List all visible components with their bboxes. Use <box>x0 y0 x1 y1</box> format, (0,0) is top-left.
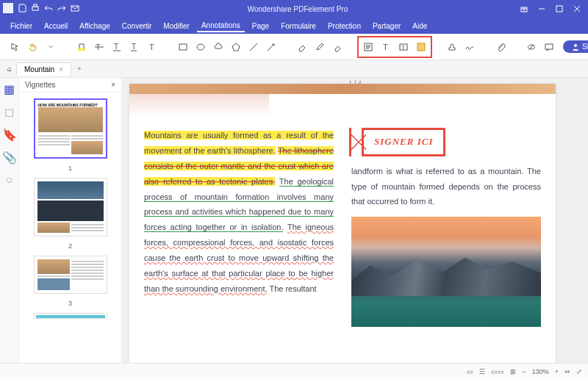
redo-icon[interactable] <box>57 4 66 14</box>
thumbnail-1[interactable]: HOW ARE MOUNTAINS FORMED? <box>34 98 107 159</box>
zoom-in-icon[interactable]: + <box>555 368 559 375</box>
rectangle-shape-icon[interactable] <box>175 39 191 55</box>
thumbnail-2[interactable] <box>34 178 107 237</box>
maximize-icon[interactable] <box>551 2 567 15</box>
menu-affichage[interactable]: Affichage <box>75 21 115 32</box>
undo-icon[interactable] <box>44 4 53 14</box>
svg-text:T: T <box>149 43 154 51</box>
area-highlight-icon[interactable] <box>413 39 429 55</box>
svg-text:T: T <box>401 44 405 51</box>
menu-bar: Fichier Accueil Affichage Convertir Modi… <box>0 18 588 34</box>
app-logo-icon <box>3 3 13 15</box>
thumbnails-panel: Vignettes × HOW ARE MOUNTAINS FORMED? 1 … <box>19 78 122 363</box>
menu-protection[interactable]: Protection <box>323 21 365 32</box>
view-single-icon[interactable]: ▭ <box>467 368 473 375</box>
document-tab[interactable]: Mountain × <box>16 62 71 76</box>
menu-modifier[interactable]: Modifier <box>159 21 194 32</box>
thumbnails-header: Vignettes <box>25 81 56 89</box>
right-column: SIGNER ICI landform is what is referred … <box>351 128 541 327</box>
menu-aide[interactable]: Aide <box>408 21 431 32</box>
view-facing-icon[interactable]: ▭▭ <box>491 368 504 375</box>
new-tab-icon[interactable]: + <box>71 65 87 73</box>
gift-icon[interactable] <box>516 2 532 15</box>
thumbnail-3[interactable] <box>34 256 107 294</box>
left-icon-rail: ▦ ◻ 🔖 📎 ○ <box>0 78 19 363</box>
page-1: Mountains are usually formed as a result… <box>129 84 556 363</box>
comment-panel-icon[interactable] <box>541 39 557 55</box>
oval-shape-icon[interactable] <box>193 39 209 55</box>
close-icon[interactable] <box>569 2 585 15</box>
squiggly-tool-icon[interactable]: T <box>126 39 143 55</box>
arrow-shape-icon[interactable] <box>263 39 279 55</box>
menu-formulaire[interactable]: Formulaire <box>276 21 320 32</box>
thumbnail-4[interactable] <box>34 313 107 319</box>
note-icon[interactable] <box>360 39 376 55</box>
home-tab-icon[interactable]: ⌂ <box>3 65 16 73</box>
menu-page[interactable]: Page <box>248 21 273 32</box>
menu-fichier[interactable]: Fichier <box>6 21 37 32</box>
chevron-down-icon[interactable] <box>43 39 59 55</box>
tail-text: The resultant <box>268 284 317 293</box>
save-icon[interactable] <box>18 4 26 14</box>
print-icon[interactable] <box>31 4 40 14</box>
user-icon <box>572 43 579 51</box>
document-area[interactable]: 1 / 4 Mountains are usually formed as a … <box>122 78 588 363</box>
textbox-tools-highlighted: T T <box>357 36 432 58</box>
underline-tool-icon[interactable]: T <box>109 39 125 55</box>
select-icon[interactable] <box>7 39 24 55</box>
thumbnails-icon[interactable]: ▦ <box>4 82 15 96</box>
eraser2-icon[interactable] <box>329 39 345 55</box>
minimize-icon[interactable] <box>534 2 550 15</box>
svg-point-15 <box>197 44 204 50</box>
panel-close-icon[interactable]: × <box>111 81 115 89</box>
menu-accueil[interactable]: Accueil <box>40 21 72 32</box>
svg-rect-23 <box>417 43 425 51</box>
attachment-icon[interactable] <box>492 39 509 55</box>
textbox-icon[interactable]: T <box>395 39 412 55</box>
pencil-icon[interactable] <box>312 39 328 55</box>
user-name: Shelley <box>582 43 588 51</box>
svg-rect-2 <box>34 4 37 7</box>
sign-here-stamp[interactable]: SIGNER ICI <box>362 128 445 156</box>
tab-label: Mountain <box>24 65 54 73</box>
zoom-out-icon[interactable]: − <box>522 368 526 375</box>
user-pill[interactable]: Shelley <box>563 40 588 53</box>
tab-bar: ⌂ Mountain × + <box>0 60 588 78</box>
eraser-icon[interactable] <box>294 39 310 55</box>
signature-icon[interactable] <box>462 39 478 55</box>
caret-tool-icon[interactable]: T <box>144 39 160 55</box>
menu-convertir[interactable]: Convertir <box>118 21 157 32</box>
fit-page-icon[interactable]: ⤢ <box>576 368 582 375</box>
fit-width-icon[interactable]: ⇔ <box>564 368 570 375</box>
hand-icon[interactable] <box>25 39 41 55</box>
menu-partager[interactable]: Partager <box>368 21 405 32</box>
typewriter-icon[interactable]: T <box>378 39 394 55</box>
line-shape-icon[interactable] <box>245 39 262 55</box>
mountain-photo <box>351 217 541 327</box>
menu-annotations[interactable]: Annotations <box>197 20 245 32</box>
polygon-shape-icon[interactable] <box>228 39 244 55</box>
svg-text:T: T <box>114 43 118 51</box>
left-column: Mountains are usually formed as a result… <box>144 128 334 327</box>
tab-close-icon[interactable]: × <box>59 65 63 73</box>
svg-rect-1 <box>32 7 38 10</box>
squiggly-text[interactable]: The igneous forces, compressional forces… <box>144 223 334 293</box>
bookmark-icon[interactable]: ◻ <box>4 105 14 119</box>
view-facing-cont-icon[interactable]: ⊞ <box>510 368 516 375</box>
svg-rect-7 <box>78 48 85 51</box>
thumb-label-1: 1 <box>68 165 72 172</box>
view-continuous-icon[interactable]: ☰ <box>479 368 485 375</box>
attachments-icon[interactable]: 📎 <box>2 151 17 165</box>
stamp-icon[interactable] <box>444 39 460 55</box>
zoom-level[interactable]: 130% <box>532 368 549 375</box>
hide-icon[interactable] <box>523 39 539 55</box>
status-bar: ▭ ☰ ▭▭ ⊞ − 130% + ⇔ ⤢ <box>0 363 588 379</box>
search-rail-icon[interactable]: ○ <box>6 173 13 187</box>
annotation-toolbar: T T T T T T Shelley <box>0 34 588 60</box>
highlight-tool-icon[interactable] <box>74 39 90 55</box>
cloud-shape-icon[interactable] <box>210 39 226 55</box>
bookmark2-icon[interactable]: 🔖 <box>2 128 17 142</box>
strikethrough-tool-icon[interactable]: T <box>91 39 107 55</box>
app-title: Wondershare PDFelement Pro <box>79 5 516 13</box>
mail-icon[interactable] <box>71 4 79 14</box>
